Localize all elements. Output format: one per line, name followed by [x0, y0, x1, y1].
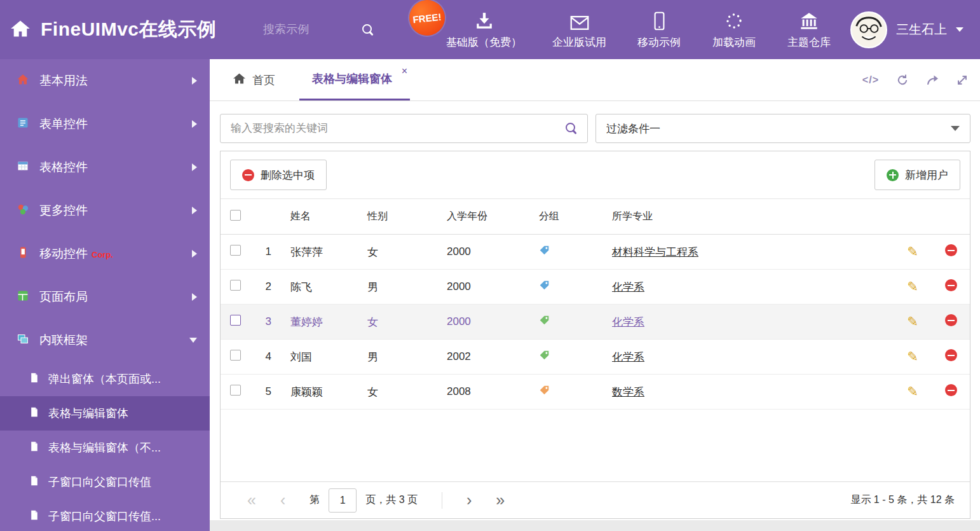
- delete-icon[interactable]: [945, 279, 957, 291]
- filter-dropdown[interactable]: 过滤条件一: [595, 114, 970, 143]
- cell-gender: 男: [367, 280, 447, 294]
- cell-year: 2000: [447, 280, 539, 293]
- sidebar-subitem-child-to-parent[interactable]: 子窗口向父窗口传值: [0, 465, 210, 499]
- major-link[interactable]: 化学系: [612, 351, 644, 363]
- sidebar-item-more-controls[interactable]: 更多控件: [0, 189, 210, 232]
- page-number-input[interactable]: [329, 488, 357, 513]
- sidebar-item-form-controls[interactable]: 表单控件: [0, 102, 210, 146]
- major-link[interactable]: 数学系: [612, 386, 644, 398]
- edit-icon[interactable]: [907, 384, 918, 399]
- column-header-major[interactable]: 所学专业: [612, 210, 894, 223]
- delete-icon[interactable]: [945, 244, 957, 256]
- file-icon: [29, 407, 39, 420]
- chevron-right-icon: [192, 207, 197, 214]
- avatar[interactable]: [850, 11, 887, 48]
- menu-label: 主题仓库: [787, 35, 831, 50]
- delete-icon[interactable]: [945, 384, 957, 396]
- username: 三生石上: [896, 21, 947, 38]
- cell-name: 康颖颖: [275, 385, 367, 399]
- chevron-right-icon: [192, 250, 197, 258]
- cell-year: 2008: [447, 385, 539, 398]
- close-icon[interactable]: [402, 66, 407, 76]
- expand-icon[interactable]: [956, 74, 969, 86]
- keyword-search-box[interactable]: [220, 114, 588, 143]
- download-icon: [475, 10, 494, 31]
- row-checkbox[interactable]: [230, 350, 241, 361]
- menu-mobile-demo[interactable]: 移动示例: [637, 10, 681, 50]
- row-number: 1: [266, 245, 275, 258]
- bottom-strip: [210, 520, 980, 531]
- row-checkbox[interactable]: [230, 315, 241, 326]
- menu-label: 加载动画: [712, 35, 756, 50]
- cell-name: 刘国: [275, 350, 367, 364]
- header-search-input[interactable]: [263, 23, 362, 36]
- menu-label: 基础版（免费）: [446, 35, 522, 50]
- menu-theme-repo[interactable]: 主题仓库: [787, 10, 831, 50]
- row-number: 2: [266, 280, 275, 293]
- first-page-button[interactable]: «: [247, 492, 256, 508]
- code-icon[interactable]: [862, 74, 879, 86]
- sidebar-item-basic-usage[interactable]: 基本用法: [0, 59, 210, 102]
- major-link[interactable]: 材料科学与工程系: [612, 246, 698, 258]
- menu-loading-animation[interactable]: 加载动画: [712, 10, 756, 50]
- delete-icon[interactable]: [945, 349, 957, 361]
- sidebar-item-page-layout[interactable]: 页面布局: [0, 275, 210, 319]
- chevron-right-icon: [192, 120, 197, 128]
- tag-icon: [539, 280, 550, 294]
- edit-icon[interactable]: [907, 349, 918, 364]
- tab-home[interactable]: 首页: [230, 59, 278, 100]
- sidebar-subitem-grid-edit-window[interactable]: 表格与编辑窗体: [0, 396, 210, 431]
- row-checkbox[interactable]: [230, 245, 241, 256]
- sidebar-item-iframe[interactable]: 内联框架: [0, 319, 210, 362]
- tag-icon: [539, 385, 550, 399]
- major-link[interactable]: 化学系: [612, 281, 644, 293]
- row-checkbox[interactable]: [230, 280, 241, 291]
- next-page-button[interactable]: ›: [466, 492, 472, 508]
- column-header-year[interactable]: 入学年份: [447, 210, 539, 223]
- mobile-icon: [654, 10, 665, 31]
- add-user-button[interactable]: 新增用户: [875, 160, 960, 190]
- minus-circle-icon: [242, 169, 254, 181]
- home-icon: [17, 73, 29, 89]
- tab-grid-edit-window[interactable]: 表格与编辑窗体: [299, 59, 410, 100]
- column-header-gender[interactable]: 性别: [367, 210, 447, 223]
- column-header-name[interactable]: 姓名: [275, 210, 367, 223]
- header-menu: FREE! 基础版（免费） 企业版试用 移动示例: [446, 10, 831, 50]
- major-link[interactable]: 化学系: [612, 316, 644, 328]
- edit-icon[interactable]: [907, 244, 918, 259]
- user-menu[interactable]: 三生石上: [850, 11, 980, 48]
- corp-tag: Corp.: [92, 250, 113, 259]
- select-all-checkbox[interactable]: [230, 210, 241, 221]
- brand[interactable]: FineUIMvc在线示例: [0, 17, 263, 43]
- cell-name: 董婷婷: [275, 315, 367, 329]
- sidebar-subitem-grid-edit-window-2[interactable]: 表格与编辑窗体（不...: [0, 431, 210, 465]
- sidebar-subitem-child-to-parent-2[interactable]: 子窗口向父窗口传值...: [0, 499, 210, 531]
- search-icon[interactable]: [565, 122, 578, 135]
- iframe-icon: [17, 333, 29, 348]
- file-icon: [29, 476, 39, 489]
- file-icon: [29, 441, 39, 455]
- column-header-group[interactable]: 分组: [539, 210, 612, 223]
- sidebar-item-grid-controls[interactable]: 表格控件: [0, 146, 210, 189]
- prev-page-button[interactable]: ‹: [280, 492, 285, 508]
- row-checkbox[interactable]: [230, 385, 241, 396]
- search-icon[interactable]: [362, 24, 374, 36]
- keyword-search-input[interactable]: [221, 114, 587, 142]
- chevron-right-icon: [192, 163, 197, 171]
- delete-icon[interactable]: [945, 314, 957, 326]
- edit-icon[interactable]: [907, 314, 918, 329]
- home-icon: [10, 19, 31, 41]
- share-icon[interactable]: [926, 74, 939, 86]
- sidebar-item-mobile-controls[interactable]: 移动控件 Corp.: [0, 232, 210, 275]
- delete-selected-button[interactable]: 删除选中项: [230, 160, 327, 190]
- menu-enterprise-trial[interactable]: 企业版试用: [552, 10, 606, 50]
- last-page-button[interactable]: »: [496, 492, 505, 508]
- grid-toolbar: 删除选中项 新增用户: [221, 151, 970, 199]
- menu-basic-edition[interactable]: FREE! 基础版（免费）: [446, 10, 522, 50]
- refresh-icon[interactable]: [896, 74, 909, 86]
- edit-icon[interactable]: [907, 279, 918, 294]
- header-search[interactable]: [263, 23, 409, 36]
- sidebar-subitem-popup-window[interactable]: 弹出窗体（本页面或...: [0, 362, 210, 396]
- row-number: 3: [266, 315, 275, 328]
- mobile-icon: [17, 246, 29, 262]
